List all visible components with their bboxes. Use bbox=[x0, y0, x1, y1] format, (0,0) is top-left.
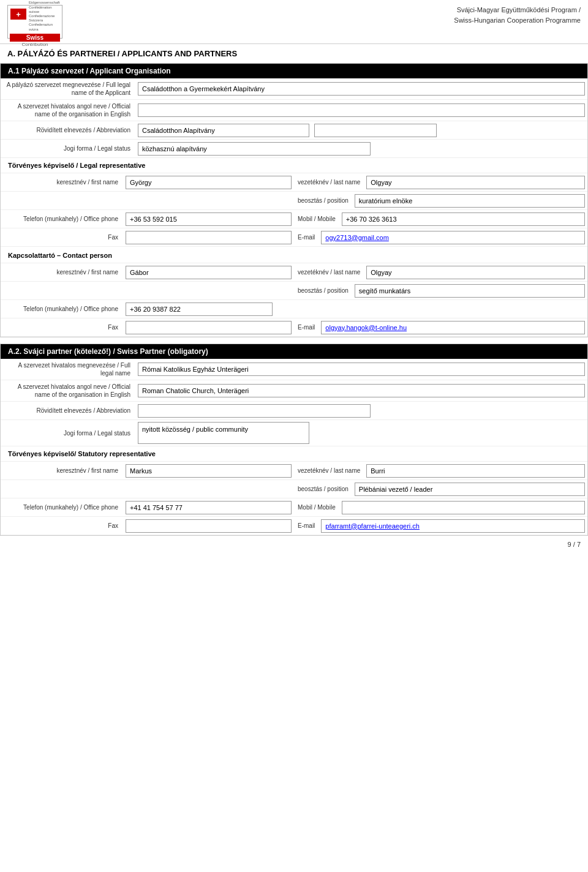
contact-email-field[interactable]: olgyay.hangok@t-online.hu bbox=[321, 321, 585, 334]
last-name-label: vezetéknév / last name bbox=[294, 176, 364, 188]
official-english-name-label: A szervezet hivatalos angol neve / Offic… bbox=[1, 100, 135, 121]
official-english-name-row: A szervezet hivatalos angol neve / Offic… bbox=[1, 100, 587, 121]
legal-status-label: Jogi forma / Legal status bbox=[1, 142, 135, 155]
header-program-title: Svájci-Magyar Együttműködési Program / S… bbox=[454, 5, 581, 25]
abbreviation-field2[interactable] bbox=[314, 124, 437, 137]
email-field[interactable]: ogy2713@gmail.com bbox=[321, 231, 585, 244]
office-phone-field[interactable]: +36 53 592 015 bbox=[126, 212, 292, 226]
contact-office-phone-field[interactable]: +36 20 9387 822 bbox=[126, 303, 273, 316]
a2-position-row: beosztás / position Plébániai vezető / l… bbox=[1, 480, 587, 498]
logo-swiss-label: Swiss bbox=[26, 34, 43, 41]
abbreviation-label: Rövidített elnevezés / Abbreviation bbox=[1, 124, 135, 137]
contact-person-heading: Kapcsolattartó – Contact person bbox=[1, 247, 587, 263]
legal-status-field[interactable]: közhasznú alapítvány bbox=[138, 142, 371, 156]
full-legal-name-row: A pályázó szervezet megnevezése / Full l… bbox=[1, 78, 587, 100]
contact-last-name-label: vezetéknév / last name bbox=[294, 266, 364, 278]
a2-abbreviation-row: Rövidített elnevezés / Abbreviation bbox=[1, 402, 587, 420]
abbreviation-field[interactable]: Családotthon Alapítvány bbox=[138, 124, 309, 137]
email-label: E-mail bbox=[294, 231, 318, 243]
official-english-name-field[interactable] bbox=[138, 103, 585, 117]
a2-abbreviation-field[interactable] bbox=[138, 404, 371, 418]
page-number: 9 / 7 bbox=[0, 536, 588, 553]
a2-name-row: keresztnév / first name Markus vezetékné… bbox=[1, 462, 587, 480]
a2-mobile-label: Mobil / Mobile bbox=[294, 502, 339, 513]
contact-fax-email-row: Fax E-mail olgyay.hangok@t-online.hu bbox=[1, 318, 587, 337]
contact-name-row: keresztnév / first name Gábor vezetéknév… bbox=[1, 263, 587, 282]
a2-email-field[interactable]: pfarramt@pfarrei-unteaegeri.ch bbox=[321, 519, 585, 533]
a2-full-legal-name-row: A szervezet hivatalos megnevezése / Full… bbox=[1, 359, 587, 380]
a2-legal-status-field[interactable]: nyitott közösség / public community bbox=[138, 422, 309, 444]
contact-position-row: beosztás / position segítő munkatárs bbox=[1, 282, 587, 300]
first-name-label: keresztnév / first name bbox=[1, 176, 123, 189]
last-name-field[interactable]: Olgyay bbox=[366, 176, 585, 189]
a2-position-label: beosztás / position bbox=[294, 483, 352, 495]
position-label: beosztás / position bbox=[294, 195, 352, 206]
contact-office-phone-label: Telefon (munkahely) / Office phone bbox=[1, 303, 123, 315]
a2-position-field[interactable]: Plébániai vezető / leader bbox=[355, 483, 585, 496]
contact-first-name-field[interactable]: Gábor bbox=[126, 266, 292, 279]
fax-email-row: Fax E-mail ogy2713@gmail.com bbox=[1, 228, 587, 247]
fax-label: Fax bbox=[1, 231, 123, 244]
legal-rep-name-row: keresztnév / first name György vezetékné… bbox=[1, 173, 587, 192]
contact-email-label: E-mail bbox=[294, 321, 318, 333]
a2-fax-email-row: Fax E-mail pfarramt@pfarrei-unteaegeri.c… bbox=[1, 517, 587, 535]
contact-fax-label: Fax bbox=[1, 321, 123, 334]
logo-contribution-label: Contribution bbox=[21, 42, 48, 47]
a2-full-legal-name-label: A szervezet hivatalos megnevezése / Full… bbox=[1, 359, 135, 380]
office-phone-label: Telefon (munkahely) / Office phone bbox=[1, 212, 123, 225]
a2-official-english-name-label: A szervezet hivatalos angol neve / Offic… bbox=[1, 380, 135, 401]
a2-first-name-label: keresztnév / first name bbox=[1, 464, 123, 477]
section-a2-block: A.2. Svájci partner (kötelező!) / Swiss … bbox=[0, 344, 588, 536]
logo-area: + Schweizerische Eidgenossenschaft Confé… bbox=[7, 5, 62, 39]
first-name-field[interactable]: György bbox=[126, 176, 292, 189]
fax-field[interactable] bbox=[126, 231, 292, 244]
contact-fax-field[interactable] bbox=[126, 321, 292, 334]
legal-rep-heading: Törvényes képviselő / Legal representati… bbox=[1, 158, 587, 173]
a2-legal-status-label: Jogi forma / Legal status bbox=[1, 427, 135, 440]
mobile-field[interactable]: +36 70 326 3613 bbox=[342, 212, 585, 226]
a2-first-name-field[interactable]: Markus bbox=[126, 464, 292, 478]
a2-fax-label: Fax bbox=[1, 519, 123, 532]
contact-phone-row: Telefon (munkahely) / Office phone +36 2… bbox=[1, 300, 587, 318]
a2-last-name-label: vezetéknév / last name bbox=[294, 465, 364, 476]
phone-row: Telefon (munkahely) / Office phone +36 5… bbox=[1, 210, 587, 228]
a2-office-phone-field[interactable]: +41 41 754 57 77 bbox=[126, 501, 292, 514]
a2-office-phone-label: Telefon (munkahely) / Office phone bbox=[1, 501, 123, 514]
contact-first-name-label: keresztnév / first name bbox=[1, 266, 123, 279]
a2-abbreviation-label: Rövidített elnevezés / Abbreviation bbox=[1, 404, 135, 417]
contact-position-label: beosztás / position bbox=[294, 285, 352, 296]
section-a-title: A. PÁLYÁZÓ ÉS PARTNEREI / APPLICANTS AND… bbox=[0, 44, 588, 63]
contact-last-name-field[interactable]: Olgyay bbox=[366, 266, 585, 279]
section-a1-header: A.1 Pályázó szervezet / Applicant Organi… bbox=[1, 64, 587, 78]
a2-mobile-field[interactable] bbox=[342, 501, 585, 514]
position-field[interactable]: kuratórium elnöke bbox=[355, 194, 585, 208]
mobile-label: Mobil / Mobile bbox=[294, 213, 339, 225]
a2-legal-status-row: Jogi forma / Legal status nyitott közöss… bbox=[1, 420, 587, 446]
a2-official-english-name-row: A szervezet hivatalos angol neve / Offic… bbox=[1, 380, 587, 402]
section-a2-header: A.2. Svájci partner (kötelező!) / Swiss … bbox=[1, 344, 587, 359]
section-a1-block: A.1 Pályázó szervezet / Applicant Organi… bbox=[0, 63, 588, 337]
a2-fax-field[interactable] bbox=[126, 519, 292, 533]
full-legal-name-field[interactable]: Családotthon a Gyermekekért Alapítvány bbox=[138, 82, 585, 96]
a2-last-name-field[interactable]: Burri bbox=[366, 464, 585, 478]
legal-status-row: Jogi forma / Legal status közhasznú alap… bbox=[1, 140, 587, 158]
a2-stat-rep-heading: Törvényes képviselő/ Statutory represent… bbox=[1, 446, 587, 462]
contact-position-field[interactable]: segítő munkatárs bbox=[355, 284, 585, 298]
a2-full-legal-name-field[interactable]: Római Katolikus Egyház Unterägeri bbox=[138, 363, 585, 376]
a2-official-english-name-field[interactable]: Roman Chatolic Church, Unterägeri bbox=[138, 384, 585, 397]
position-row: beosztás / position kuratórium elnöke bbox=[1, 192, 587, 210]
a2-phone-row: Telefon (munkahely) / Office phone +41 4… bbox=[1, 498, 587, 517]
page-header: + Schweizerische Eidgenossenschaft Confé… bbox=[0, 0, 588, 44]
swiss-logo: + Schweizerische Eidgenossenschaft Confé… bbox=[7, 5, 62, 39]
abbreviation-row: Rövidített elnevezés / Abbreviation Csal… bbox=[1, 121, 587, 140]
full-legal-name-label: A pályázó szervezet megnevezése / Full l… bbox=[1, 78, 135, 99]
a2-email-label: E-mail bbox=[294, 520, 318, 532]
